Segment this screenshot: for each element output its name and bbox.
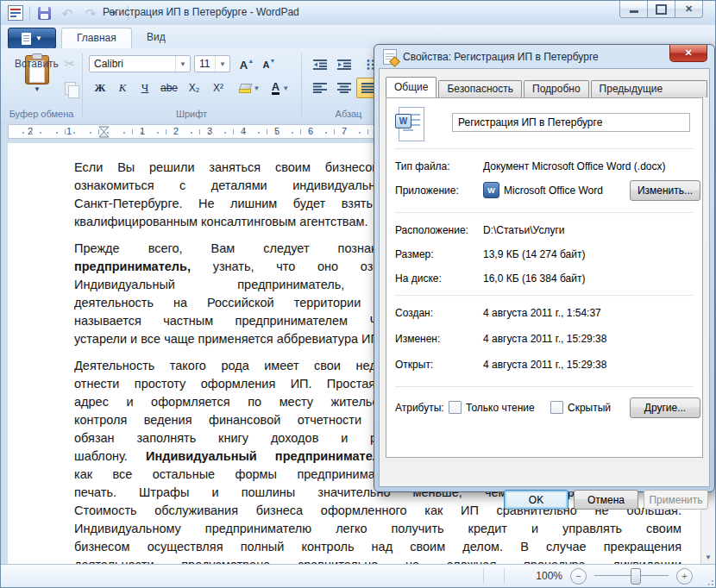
divider (504, 568, 505, 584)
minimize-button[interactable] (619, 1, 648, 18)
ruler-tick (174, 132, 176, 134)
font-color-icon: A (272, 82, 279, 95)
separator (395, 386, 694, 390)
copy-button[interactable] (61, 79, 79, 97)
location-value: D:\Статьи\Услуги (483, 224, 564, 236)
grow-font-button[interactable]: A▲ (236, 54, 258, 75)
close-button[interactable]: ✕ (675, 1, 703, 18)
group-label-clipboard: Буфер обмена (1, 109, 82, 119)
strikethrough-button[interactable]: abe (156, 78, 182, 98)
redo-button[interactable]: ↷ (81, 3, 100, 22)
ruler-tick (123, 132, 125, 134)
hidden-checkbox[interactable] (550, 401, 563, 414)
word-app-icon: W (483, 182, 499, 198)
ruler-tick (224, 132, 226, 134)
save-button[interactable] (35, 3, 53, 22)
text-line: бизнесом осуществляя полный контроль над… (74, 538, 681, 556)
properties-dialog: Свойства: Регистрация ИП в Петербурге ✕ … (374, 44, 715, 492)
window-controls: ✕ (620, 1, 703, 18)
paste-button[interactable]: Вставить ▼ (15, 53, 60, 116)
document-icon (8, 5, 23, 21)
highlight-color-button[interactable]: ▼ (234, 78, 265, 98)
ruler-number: 3 (207, 126, 212, 136)
wordpad-window: ↶ ↷ ▾ Регистрация ИП в Петербурге - Word… (0, 0, 716, 588)
ruler-tick (208, 132, 210, 134)
separator (395, 212, 694, 216)
ruler-tick (157, 132, 159, 134)
size-label: Размер: (395, 248, 434, 260)
underline-button[interactable]: Ч (134, 78, 156, 98)
ruler-tick (191, 132, 192, 134)
subscript-button[interactable]: X₂ (182, 78, 206, 98)
font-size-value: 11 (199, 58, 210, 70)
dialog-close-button[interactable]: ✕ (669, 45, 707, 62)
align-left-icon (313, 83, 327, 93)
wordpad-app-icon[interactable] (6, 3, 25, 22)
tab-general[interactable]: Общие (386, 77, 437, 97)
readonly-checkbox[interactable] (449, 401, 462, 414)
change-app-button[interactable]: Изменить... (630, 180, 700, 201)
close-icon: ✕ (685, 3, 693, 15)
grow-font-icon: A (240, 59, 248, 72)
accessed-value: 4 августа 2011 г., 15:29:38 (483, 359, 606, 371)
ruler-tick (56, 132, 58, 134)
ruler-number: 5 (274, 126, 279, 136)
decrease-indent-button[interactable] (308, 54, 332, 75)
app-menu-button[interactable]: ▼ (8, 28, 56, 49)
created-value: 4 августа 2011 г., 1:54:37 (483, 307, 601, 319)
separator (395, 148, 694, 152)
chevron-down-icon: ▼ (215, 56, 229, 72)
hidden-label: Скрытый (568, 402, 611, 414)
ruler-tick (300, 129, 301, 134)
zoom-controls: 100% − + (536, 565, 693, 587)
restore-icon (656, 4, 667, 15)
cancel-button[interactable]: Отмена (574, 490, 638, 510)
align-center-button[interactable] (332, 78, 356, 98)
ruler-number: 4 (241, 126, 246, 136)
highlighter-icon (239, 83, 251, 93)
zoom-slider[interactable] (594, 568, 669, 584)
italic-button[interactable]: К (111, 78, 134, 98)
undo-button[interactable]: ↶ (58, 3, 77, 22)
title-bar: ↶ ↷ ▾ Регистрация ИП в Петербурге - Word… (1, 1, 715, 25)
scroll-down-icon[interactable]: ▼ (701, 550, 715, 564)
ruler-tick (22, 132, 24, 134)
shrink-font-button[interactable]: A▼ (258, 54, 280, 75)
font-color-button[interactable]: A ▼ (265, 78, 296, 98)
other-attributes-button[interactable]: Другие... (630, 397, 700, 418)
decrease-indent-icon (313, 59, 327, 70)
text-line: деятельности предусмотрена сравнительно … (74, 556, 681, 564)
tab-security[interactable]: Безопасность (438, 80, 522, 97)
tab-home[interactable]: Главная (61, 28, 132, 49)
ruler-number: 1 (66, 126, 72, 136)
status-bar: 100% − + (1, 564, 715, 587)
minus-icon: − (575, 572, 581, 581)
increase-indent-button[interactable] (332, 54, 356, 75)
tab-details[interactable]: Подробно (524, 80, 589, 97)
bold-button[interactable]: Ж (89, 78, 111, 98)
cut-button[interactable]: ✂ (61, 55, 79, 72)
superscript-button[interactable]: X² (206, 78, 230, 98)
ruler-tick (367, 129, 368, 134)
divider (483, 568, 484, 584)
close-icon: ✕ (684, 47, 692, 59)
save-icon (38, 7, 51, 20)
ruler-number: 6 (308, 126, 313, 136)
slider-thumb[interactable] (631, 568, 641, 585)
tab-previous-versions[interactable]: Предыдущие версии (591, 80, 707, 97)
ok-button[interactable]: OK (504, 490, 568, 510)
font-family-combobox[interactable]: Calibri ▼ (89, 55, 191, 72)
align-left-button[interactable] (308, 78, 332, 98)
accessed-label: Открыт: (395, 359, 433, 371)
filename-input[interactable] (452, 113, 690, 132)
apply-button[interactable]: Применить (644, 490, 708, 510)
chevron-down-icon: ▼ (34, 85, 41, 93)
modified-label: Изменен: (395, 333, 440, 345)
restore-button[interactable] (647, 1, 675, 18)
font-size-combobox[interactable]: 11 ▼ (194, 55, 230, 72)
ruler-tick (292, 132, 293, 134)
zoom-out-button[interactable]: − (570, 568, 587, 585)
tab-view[interactable]: Вид (132, 28, 180, 47)
zoom-in-button[interactable]: + (676, 568, 693, 585)
resize-grip[interactable] (703, 575, 713, 585)
